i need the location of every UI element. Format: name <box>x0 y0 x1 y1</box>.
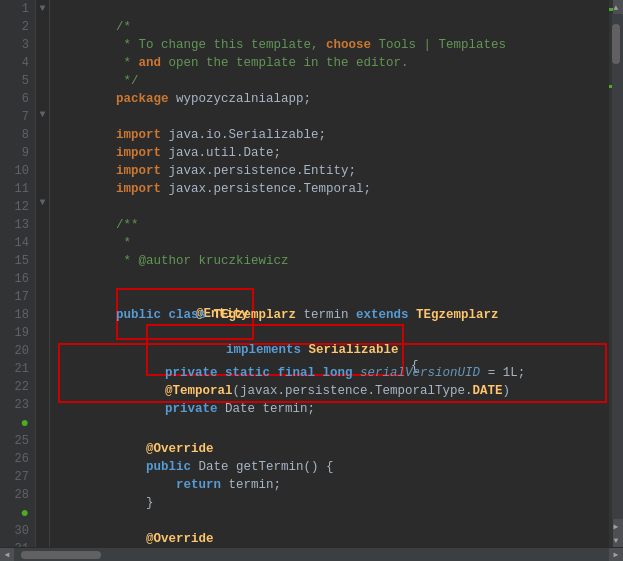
code-line-5: package wypozyczalnialapp; <box>56 72 609 90</box>
ln-23: 23 <box>6 396 29 414</box>
ln-22: 22 <box>6 378 29 396</box>
code-line-20: private static final long serialVersionU… <box>60 346 605 364</box>
editor-container: 1 2 3 4 5 6 7 8 9 10 11 12 13 14 15 16 1… <box>0 0 623 561</box>
scrollbar[interactable]: ▲ ▶ ▼ <box>609 0 623 547</box>
code-line-23 <box>56 404 609 422</box>
ln-29: ● <box>6 504 29 522</box>
h-scrollbar-thumb[interactable] <box>21 551 101 559</box>
ln-21: 21 <box>6 360 29 378</box>
scrollbar-track[interactable] <box>612 14 620 519</box>
code-line-11 <box>56 180 609 198</box>
ln-12: 12 <box>6 198 29 216</box>
fold-7[interactable]: ▼ <box>39 106 45 124</box>
code-line-12: /** <box>56 198 609 216</box>
ln-1: 1 <box>6 0 29 18</box>
ln-14: 14 <box>6 234 29 252</box>
code-line-13: * <box>56 216 609 234</box>
ln-15: 15 <box>6 252 29 270</box>
code-area: 1 2 3 4 5 6 7 8 9 10 11 12 13 14 15 16 1… <box>0 0 623 547</box>
fold-1[interactable]: ▼ <box>39 0 45 18</box>
code-line-9: import javax.persistence.Entity; <box>56 144 609 162</box>
code-line-27: } <box>56 476 609 494</box>
code-line-7: import java.io.Serializable; <box>56 108 609 126</box>
ln-16: 16 <box>6 270 29 288</box>
code-line-8: import java.util.Date; <box>56 126 609 144</box>
ln-11: 11 <box>6 180 29 198</box>
ln-25: 25 <box>6 432 29 450</box>
ln-18: 18 <box>6 306 29 324</box>
scroll-left-button[interactable]: ◀ <box>0 548 14 562</box>
code-line-25: public Date getTermin() { <box>56 440 609 458</box>
ln-20: 20 <box>6 342 29 360</box>
ln-4: 4 <box>6 54 29 72</box>
ln-6: 6 <box>6 90 29 108</box>
h-scrollbar-track[interactable] <box>16 551 607 559</box>
field-block-highlight: private static final long serialVersionU… <box>58 343 607 403</box>
scroll-right-h-button[interactable]: ▶ <box>609 548 623 562</box>
ln-3: 3 <box>6 36 29 54</box>
ln-17: 17 <box>6 288 29 306</box>
fold-12[interactable]: ▼ <box>39 194 45 212</box>
code-line-26: return termin; <box>56 458 609 476</box>
ln-8: 8 <box>6 126 29 144</box>
code-line-16: @Entity <box>56 270 609 288</box>
code-line-6 <box>56 90 609 108</box>
fold-markers: ▼ ▼ ▼ <box>36 0 50 547</box>
code-line-17: public class TEgzemplarz termin extends … <box>56 288 609 306</box>
ln-26: 26 <box>6 450 29 468</box>
ln-2: 2 <box>6 18 29 36</box>
code-line-15 <box>56 252 609 270</box>
code-line-29: @Override <box>56 512 609 530</box>
code-line-21: @Temporal(javax.persistence.TemporalType… <box>60 364 605 382</box>
ruler-mark-1 <box>609 8 613 11</box>
ln-31: 31 <box>6 540 29 547</box>
code-line-19 <box>56 324 609 342</box>
ln-24: ● <box>6 414 29 432</box>
ln-28: 28 <box>6 486 29 504</box>
code-content[interactable]: /* * To change this template, choose Too… <box>50 0 609 547</box>
ln-10: 10 <box>6 162 29 180</box>
line-numbers: 1 2 3 4 5 6 7 8 9 10 11 12 13 14 15 16 1… <box>0 0 36 547</box>
code-line-14: * @author kruczkiewicz <box>56 234 609 252</box>
scrollbar-thumb[interactable] <box>612 24 620 64</box>
code-line-4: */ <box>56 54 609 72</box>
horizontal-scrollbar[interactable]: ◀ ▶ <box>0 547 623 561</box>
code-line-10: import javax.persistence.Temporal; <box>56 162 609 180</box>
ln-19: 19 <box>6 324 29 342</box>
code-line-24: @Override <box>56 422 609 440</box>
code-line-1: /* <box>56 0 609 18</box>
ln-13: 13 <box>6 216 29 234</box>
code-line-30: public void setTermin(Date termin) { <box>56 530 609 547</box>
ln-5: 5 <box>6 72 29 90</box>
code-line-28 <box>56 494 609 512</box>
code-line-3: * and open the template in the editor. <box>56 36 609 54</box>
ln-30: 30 <box>6 522 29 540</box>
code-line-2: * To change this template, choose Tools … <box>56 18 609 36</box>
ln-9: 9 <box>6 144 29 162</box>
code-line-18: implements Serializable { <box>56 306 609 324</box>
ln-27: 27 <box>6 468 29 486</box>
ln-7: 7 <box>6 108 29 126</box>
code-line-22: private Date termin; <box>60 382 605 400</box>
